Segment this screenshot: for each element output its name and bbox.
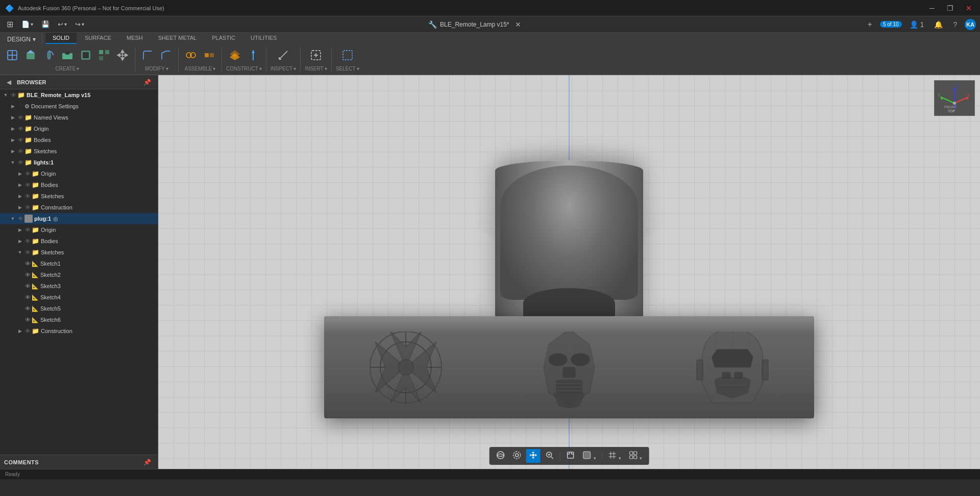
inspect-label[interactable]: INSPECT ▾ (271, 66, 296, 72)
hole-button[interactable] (59, 48, 76, 64)
grid-menu-button[interactable]: ⊞ (4, 18, 16, 30)
tree-item-plug-construction[interactable]: ▶ 👁 📁 Construction (0, 325, 158, 337)
tree-item-lights-construction[interactable]: ▶ 👁 📁 Construction (0, 202, 158, 213)
tree-item-plug-bodies[interactable]: ▶ 👁 📁 Bodies (0, 235, 158, 247)
tab-surface[interactable]: SURFACE (78, 33, 118, 44)
fillet-button[interactable] (139, 48, 156, 64)
eye-sketch1[interactable]: 👁 (23, 261, 32, 267)
eye-root[interactable]: 👁 (9, 92, 17, 98)
expand-lights-construction[interactable]: ▶ (16, 205, 23, 210)
eye-plug[interactable]: 👁 (16, 216, 24, 222)
viewport[interactable]: Z X Y TOP FRONT (158, 75, 980, 469)
tab-solid[interactable]: SOLID (45, 33, 77, 44)
construct-label[interactable]: CONSTRUCT ▾ (226, 66, 262, 72)
orbit-button[interactable] (494, 449, 508, 463)
eye-sketches-root[interactable]: 👁 (16, 148, 24, 154)
tree-item-plug[interactable]: ▼ 👁 plug:1 ◎ (0, 213, 158, 224)
add-document-button[interactable]: + (865, 19, 875, 30)
insert-mesh-button[interactable] (308, 48, 324, 64)
expand-plug[interactable]: ▼ (9, 216, 16, 221)
eye-sketch3[interactable]: 👁 (23, 283, 32, 289)
expand-plug-sketches[interactable]: ▼ (16, 250, 23, 255)
expand-lights[interactable]: ▼ (9, 160, 16, 165)
eye-sketch2[interactable]: 👁 (23, 272, 32, 278)
eye-lights-bodies[interactable]: 👁 (23, 182, 32, 188)
new-body-button[interactable] (4, 48, 20, 64)
tree-item-sketch2[interactable]: 👁 📐 Sketch2 (0, 269, 158, 280)
comments-pin-button[interactable]: 📌 (141, 458, 154, 467)
tree-item-sketch1[interactable]: 👁 📐 Sketch1 (0, 258, 158, 269)
eye-sketch4[interactable]: 👁 (23, 294, 32, 300)
rigid-group-button[interactable] (201, 48, 217, 64)
minimize-button[interactable]: ─ (926, 3, 938, 13)
pattern-button[interactable] (96, 48, 112, 64)
view-gizmo[interactable]: Z X Y TOP FRONT (934, 80, 975, 116)
select-button[interactable] (339, 48, 356, 64)
notifications-button[interactable]: 🔔 (932, 19, 945, 30)
help-button[interactable]: ? (950, 19, 960, 30)
tab-plastic[interactable]: PLASTIC (205, 33, 242, 44)
eye-lights-sketches[interactable]: 👁 (23, 193, 32, 199)
axis-button[interactable] (245, 48, 261, 64)
zoom-button[interactable] (543, 449, 557, 463)
move-button[interactable] (114, 48, 131, 64)
tree-item-lights-origin[interactable]: ▶ 👁 📁 Origin (0, 168, 158, 179)
tree-item-plug-sketches[interactable]: ▼ 👁 📁 Sketches (0, 247, 158, 258)
create-label[interactable]: CREATE ▾ (56, 66, 80, 72)
tab-sheet-metal[interactable]: SHEET METAL (151, 33, 204, 44)
expand-root[interactable]: ▼ (2, 92, 9, 98)
browser-collapse-button[interactable]: ◀ (4, 78, 14, 87)
expand-lights-origin[interactable]: ▶ (16, 171, 23, 176)
tree-item-doc-settings[interactable]: ▶ 👁 ⚙ Document Settings (0, 101, 158, 112)
eye-plug-origin[interactable]: 👁 (23, 227, 32, 233)
users-button[interactable]: 👤 1 (907, 19, 927, 30)
shell-button[interactable] (78, 48, 94, 64)
eye-lights-origin[interactable]: 👁 (23, 171, 32, 177)
save-button[interactable]: 💾 (39, 19, 52, 29)
tree-item-origin-root[interactable]: ▶ 👁 📁 Origin (0, 123, 158, 134)
expand-named-views[interactable]: ▶ (9, 115, 16, 120)
eye-origin-root[interactable]: 👁 (16, 126, 24, 132)
close-button[interactable]: ✕ (963, 3, 975, 13)
grid-settings-button[interactable]: ▾ (605, 449, 624, 463)
offset-plane-button[interactable] (227, 48, 243, 64)
insert-label[interactable]: INSERT ▾ (305, 66, 327, 72)
redo-button[interactable]: ↪ ▾ (72, 19, 87, 29)
eye-bodies-root[interactable]: 👁 (16, 137, 24, 143)
tree-item-sketch3[interactable]: 👁 📐 Sketch3 (0, 280, 158, 292)
tree-item-lights[interactable]: ▼ 👁 📁 lights:1 (0, 157, 158, 168)
select-label[interactable]: SELECT ▾ (336, 66, 359, 72)
tree-item-lights-bodies[interactable]: ▶ 👁 📁 Bodies (0, 179, 158, 191)
tree-item-sketch4[interactable]: 👁 📐 Sketch4 (0, 292, 158, 303)
fit-button[interactable] (564, 449, 578, 463)
tree-item-bodies-root[interactable]: ▶ 👁 📁 Bodies (0, 134, 158, 146)
modify-label[interactable]: MODIFY ▾ (145, 66, 168, 72)
pan-button[interactable] (526, 449, 541, 463)
expand-plug-construction[interactable]: ▶ (16, 328, 23, 334)
eye-sketch5[interactable]: 👁 (23, 305, 32, 312)
look-at-button[interactable] (510, 449, 524, 463)
eye-plug-sketches[interactable]: 👁 (23, 249, 32, 255)
view-settings-button[interactable]: ▾ (626, 449, 645, 463)
eye-lights-construction[interactable]: 👁 (23, 204, 32, 210)
tree-item-sketch5[interactable]: 👁 📐 Sketch5 (0, 303, 158, 314)
eye-sketch6[interactable]: 👁 (23, 317, 32, 323)
expand-bodies-root[interactable]: ▶ (9, 137, 16, 143)
browser-pin-button[interactable]: 📌 (141, 78, 154, 87)
file-button[interactable]: 📄 ▾ (19, 19, 36, 29)
expand-plug-bodies[interactable]: ▶ (16, 239, 23, 244)
tab-mesh[interactable]: MESH (119, 33, 150, 44)
tree-item-root[interactable]: ▼ 👁 📁 BLE_Remote_Lamp v15 (0, 89, 158, 101)
expand-origin-root[interactable]: ▶ (9, 126, 16, 131)
eye-doc-settings[interactable]: 👁 (16, 103, 24, 109)
extrude-button[interactable] (22, 48, 39, 64)
close-doc-button[interactable]: ✕ (512, 19, 524, 30)
expand-lights-bodies[interactable]: ▶ (16, 182, 23, 187)
maximize-button[interactable]: ❐ (944, 3, 957, 13)
expand-doc-settings[interactable]: ▶ (9, 104, 16, 109)
expand-plug-origin[interactable]: ▶ (16, 227, 23, 232)
undo-button[interactable]: ↩ ▾ (55, 19, 69, 29)
viewport-canvas[interactable]: Z X Y TOP FRONT (158, 75, 980, 469)
user-avatar[interactable]: KA (965, 19, 976, 30)
tree-item-plug-origin[interactable]: ▶ 👁 📁 Origin (0, 224, 158, 235)
